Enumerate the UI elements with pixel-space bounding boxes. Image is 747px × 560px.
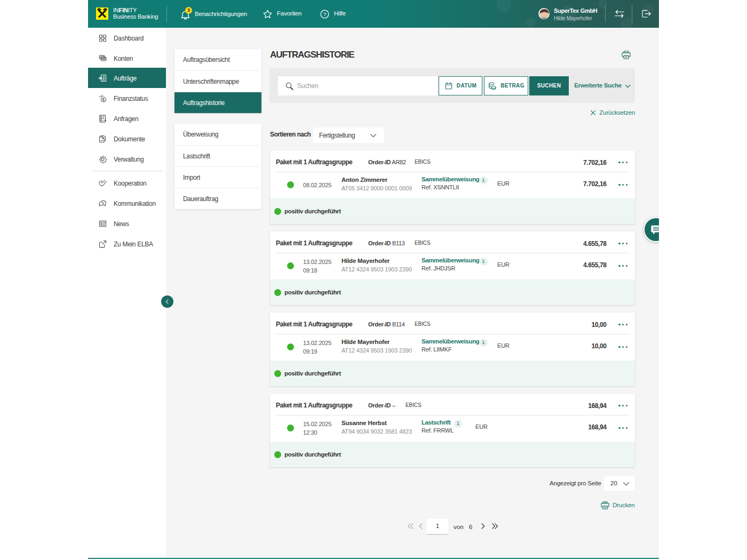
svg-text:?: ?	[323, 11, 327, 17]
